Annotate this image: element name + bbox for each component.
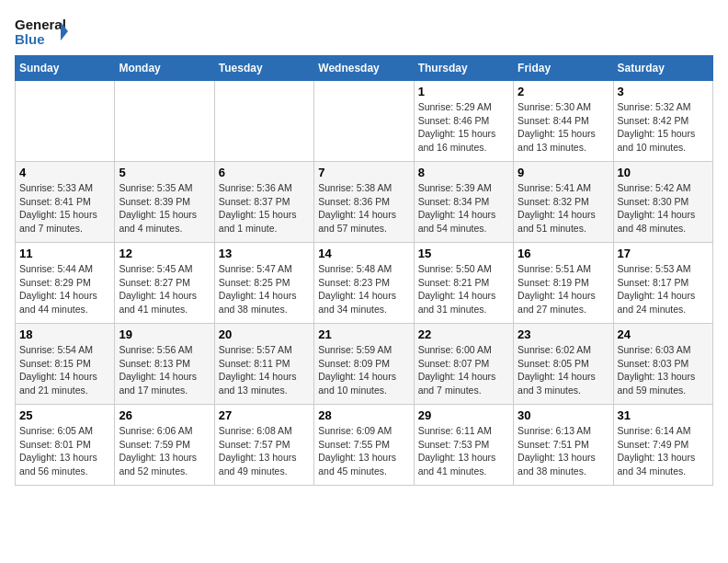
day-number: 8 — [418, 166, 509, 179]
day-number: 30 — [518, 408, 609, 422]
day-info: Sunrise: 5:33 AMSunset: 8:41 PMDaylight:… — [19, 181, 110, 236]
day-info: Sunrise: 5:57 AMSunset: 8:11 PMDaylight:… — [219, 343, 310, 397]
day-number: 17 — [618, 247, 709, 260]
calendar-cell: 12Sunrise: 5:45 AMSunset: 8:27 PMDayligh… — [115, 243, 214, 324]
svg-text:General: General — [15, 17, 66, 32]
day-info: Sunrise: 5:42 AMSunset: 8:30 PMDaylight:… — [618, 181, 709, 236]
day-info: Sunrise: 6:14 AMSunset: 7:49 PMDaylight:… — [618, 424, 709, 478]
day-info: Sunrise: 6:08 AMSunset: 7:57 PMDaylight:… — [219, 424, 310, 478]
calendar-cell: 30Sunrise: 6:13 AMSunset: 7:51 PMDayligh… — [514, 405, 613, 486]
page-header: GeneralBlue — [15, 15, 713, 48]
day-info: Sunrise: 6:06 AMSunset: 7:59 PMDaylight:… — [119, 424, 210, 478]
calendar-cell: 19Sunrise: 5:56 AMSunset: 8:13 PMDayligh… — [115, 324, 214, 405]
calendar-cell: 6Sunrise: 5:36 AMSunset: 8:37 PMDaylight… — [214, 162, 313, 243]
logo: GeneralBlue — [15, 15, 70, 48]
calendar-cell: 28Sunrise: 6:09 AMSunset: 7:55 PMDayligh… — [314, 405, 414, 486]
day-info: Sunrise: 5:30 AMSunset: 8:44 PMDaylight:… — [518, 100, 609, 155]
day-info: Sunrise: 6:00 AMSunset: 8:07 PMDaylight:… — [418, 343, 509, 397]
day-info: Sunrise: 5:56 AMSunset: 8:13 PMDaylight:… — [119, 343, 210, 397]
day-number: 26 — [119, 408, 210, 422]
header-day-thursday: Thursday — [414, 56, 513, 81]
day-info: Sunrise: 6:09 AMSunset: 7:55 PMDaylight:… — [318, 424, 409, 478]
day-info: Sunrise: 5:39 AMSunset: 8:34 PMDaylight:… — [418, 181, 509, 236]
calendar-cell: 1Sunrise: 5:29 AMSunset: 8:46 PMDaylight… — [414, 81, 513, 162]
day-number: 20 — [219, 327, 310, 341]
day-number: 3 — [618, 85, 709, 98]
header-day-saturday: Saturday — [613, 56, 712, 81]
header-day-wednesday: Wednesday — [314, 56, 414, 81]
svg-text:Blue: Blue — [15, 31, 45, 47]
day-number: 4 — [19, 166, 110, 179]
day-info: Sunrise: 5:38 AMSunset: 8:36 PMDaylight:… — [318, 181, 409, 236]
day-info: Sunrise: 6:11 AMSunset: 7:53 PMDaylight:… — [418, 424, 509, 478]
day-info: Sunrise: 6:13 AMSunset: 7:51 PMDaylight:… — [518, 424, 609, 478]
day-info: Sunrise: 5:45 AMSunset: 8:27 PMDaylight:… — [119, 262, 210, 316]
calendar-week-4: 18Sunrise: 5:54 AMSunset: 8:15 PMDayligh… — [16, 324, 713, 405]
day-number: 24 — [618, 327, 709, 341]
day-info: Sunrise: 6:05 AMSunset: 8:01 PMDaylight:… — [19, 424, 110, 478]
header-day-tuesday: Tuesday — [214, 56, 313, 81]
calendar-cell: 11Sunrise: 5:44 AMSunset: 8:29 PMDayligh… — [16, 243, 115, 324]
day-info: Sunrise: 5:54 AMSunset: 8:15 PMDaylight:… — [19, 343, 110, 397]
day-number: 14 — [318, 247, 409, 260]
header-day-friday: Friday — [514, 56, 613, 81]
calendar-cell: 4Sunrise: 5:33 AMSunset: 8:41 PMDaylight… — [16, 162, 115, 243]
day-info: Sunrise: 6:02 AMSunset: 8:05 PMDaylight:… — [518, 343, 609, 397]
day-number: 19 — [119, 327, 210, 341]
calendar-cell: 13Sunrise: 5:47 AMSunset: 8:25 PMDayligh… — [214, 243, 313, 324]
day-info: Sunrise: 5:53 AMSunset: 8:17 PMDaylight:… — [618, 262, 709, 316]
calendar-cell — [16, 81, 115, 162]
calendar-cell: 25Sunrise: 6:05 AMSunset: 8:01 PMDayligh… — [16, 405, 115, 486]
calendar-cell: 15Sunrise: 5:50 AMSunset: 8:21 PMDayligh… — [414, 243, 513, 324]
calendar-week-3: 11Sunrise: 5:44 AMSunset: 8:29 PMDayligh… — [16, 243, 713, 324]
day-number: 29 — [418, 408, 509, 422]
calendar-cell — [214, 81, 313, 162]
calendar-week-5: 25Sunrise: 6:05 AMSunset: 8:01 PMDayligh… — [16, 405, 713, 486]
day-number: 2 — [518, 85, 609, 98]
day-number: 10 — [618, 166, 709, 179]
calendar-cell: 14Sunrise: 5:48 AMSunset: 8:23 PMDayligh… — [314, 243, 414, 324]
day-info: Sunrise: 5:41 AMSunset: 8:32 PMDaylight:… — [518, 181, 609, 236]
calendar-cell: 5Sunrise: 5:35 AMSunset: 8:39 PMDaylight… — [115, 162, 214, 243]
calendar-cell — [115, 81, 214, 162]
day-number: 23 — [518, 327, 609, 341]
calendar-cell: 22Sunrise: 6:00 AMSunset: 8:07 PMDayligh… — [414, 324, 513, 405]
calendar-cell: 2Sunrise: 5:30 AMSunset: 8:44 PMDaylight… — [514, 81, 613, 162]
calendar-cell: 26Sunrise: 6:06 AMSunset: 7:59 PMDayligh… — [115, 405, 214, 486]
day-info: Sunrise: 5:35 AMSunset: 8:39 PMDaylight:… — [119, 181, 210, 236]
day-info: Sunrise: 5:59 AMSunset: 8:09 PMDaylight:… — [318, 343, 409, 397]
calendar-cell: 29Sunrise: 6:11 AMSunset: 7:53 PMDayligh… — [414, 405, 513, 486]
day-number: 1 — [418, 85, 509, 98]
day-info: Sunrise: 5:51 AMSunset: 8:19 PMDaylight:… — [518, 262, 609, 316]
day-number: 18 — [19, 327, 110, 341]
calendar-cell: 20Sunrise: 5:57 AMSunset: 8:11 PMDayligh… — [214, 324, 313, 405]
day-number: 13 — [219, 247, 310, 260]
day-number: 7 — [318, 166, 409, 179]
calendar-cell: 10Sunrise: 5:42 AMSunset: 8:30 PMDayligh… — [613, 162, 712, 243]
calendar-week-2: 4Sunrise: 5:33 AMSunset: 8:41 PMDaylight… — [16, 162, 713, 243]
calendar-cell: 3Sunrise: 5:32 AMSunset: 8:42 PMDaylight… — [613, 81, 712, 162]
day-info: Sunrise: 5:47 AMSunset: 8:25 PMDaylight:… — [219, 262, 310, 316]
calendar-cell: 18Sunrise: 5:54 AMSunset: 8:15 PMDayligh… — [16, 324, 115, 405]
day-info: Sunrise: 5:36 AMSunset: 8:37 PMDaylight:… — [219, 181, 310, 236]
day-number: 12 — [119, 247, 210, 260]
day-info: Sunrise: 5:48 AMSunset: 8:23 PMDaylight:… — [318, 262, 409, 316]
calendar-cell: 24Sunrise: 6:03 AMSunset: 8:03 PMDayligh… — [613, 324, 712, 405]
day-number: 31 — [618, 408, 709, 422]
day-info: Sunrise: 5:32 AMSunset: 8:42 PMDaylight:… — [618, 100, 709, 155]
day-number: 28 — [318, 408, 409, 422]
calendar-cell: 21Sunrise: 5:59 AMSunset: 8:09 PMDayligh… — [314, 324, 414, 405]
logo-icon: GeneralBlue — [15, 15, 70, 48]
day-info: Sunrise: 5:44 AMSunset: 8:29 PMDaylight:… — [19, 262, 110, 316]
header-day-monday: Monday — [115, 56, 214, 81]
day-number: 15 — [418, 247, 509, 260]
day-number: 16 — [518, 247, 609, 260]
calendar-cell: 8Sunrise: 5:39 AMSunset: 8:34 PMDaylight… — [414, 162, 513, 243]
calendar-cell: 31Sunrise: 6:14 AMSunset: 7:49 PMDayligh… — [613, 405, 712, 486]
day-number: 22 — [418, 327, 509, 341]
calendar-table: SundayMondayTuesdayWednesdayThursdayFrid… — [15, 55, 713, 486]
calendar-cell: 17Sunrise: 5:53 AMSunset: 8:17 PMDayligh… — [613, 243, 712, 324]
day-info: Sunrise: 5:50 AMSunset: 8:21 PMDaylight:… — [418, 262, 509, 316]
calendar-cell: 16Sunrise: 5:51 AMSunset: 8:19 PMDayligh… — [514, 243, 613, 324]
calendar-cell: 27Sunrise: 6:08 AMSunset: 7:57 PMDayligh… — [214, 405, 313, 486]
